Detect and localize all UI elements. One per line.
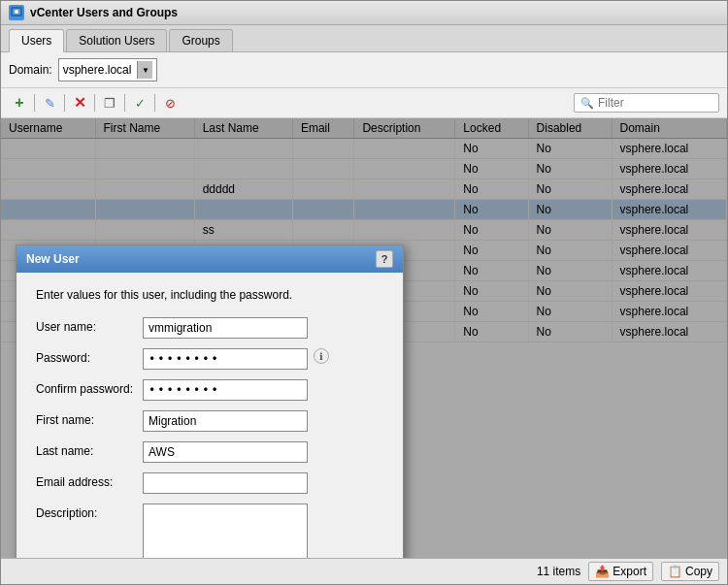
domain-select[interactable]: vsphere.local ▼ (58, 58, 158, 81)
filter-input[interactable] (598, 96, 714, 110)
password-info-icon[interactable]: ℹ (314, 348, 329, 364)
disable-user-button[interactable]: ⊘ (159, 92, 181, 114)
toolbar-separator-1 (34, 94, 35, 112)
description-label: Description: (36, 504, 143, 520)
enable-user-button[interactable]: ✓ (129, 92, 150, 114)
search-icon: 🔍 (580, 97, 594, 110)
modal-titlebar: New User ? (17, 245, 403, 273)
delete-user-button[interactable]: ✕ (69, 92, 90, 114)
password-input[interactable] (143, 348, 308, 370)
modal-overlay: New User ? Enter values for this user, i… (1, 118, 727, 558)
copy-status-icon: 📋 (668, 565, 682, 578)
plus-icon: + (15, 94, 23, 112)
title-bar: vCenter Users and Groups (1, 1, 727, 25)
export-icon: 📤 (595, 565, 610, 578)
copy-button[interactable]: 📋 Copy (661, 562, 719, 581)
copy-user-button[interactable]: ❐ (99, 92, 120, 114)
edit-user-button[interactable]: ✎ (39, 92, 60, 114)
firstname-label: First name: (36, 410, 143, 427)
modal-intro: Enter values for this user, including th… (36, 288, 383, 302)
modal-title: New User (26, 252, 80, 266)
export-label: Export (612, 565, 646, 578)
firstname-input[interactable] (143, 410, 308, 432)
description-row: Description: (36, 504, 383, 558)
confirm-password-label: Confirm password: (36, 379, 143, 396)
domain-dropdown-arrow[interactable]: ▼ (137, 61, 152, 79)
add-user-button[interactable]: + (9, 92, 30, 114)
new-user-modal: New User ? Enter values for this user, i… (16, 244, 404, 558)
domain-value: vsphere.local (63, 63, 132, 77)
confirm-password-row: Confirm password: (36, 379, 383, 401)
delete-icon: ✕ (74, 94, 86, 112)
toolbar-separator-5 (154, 94, 155, 112)
status-bar: 11 items 📤 Export 📋 Copy (1, 558, 727, 584)
email-input[interactable] (143, 472, 308, 494)
lastname-row: Last name: (36, 441, 383, 463)
confirm-password-input[interactable] (143, 379, 308, 401)
tab-groups[interactable]: Groups (169, 29, 232, 51)
domain-bar: Domain: vsphere.local ▼ (1, 52, 727, 88)
description-textarea[interactable] (143, 504, 308, 558)
toolbar-separator-4 (124, 94, 125, 112)
items-count: 11 items (537, 565, 580, 578)
filter-box: 🔍 (574, 93, 719, 113)
copy-icon: ❐ (104, 96, 116, 111)
email-row: Email address: (36, 472, 383, 494)
username-row: User name: (36, 317, 383, 339)
password-label: Password: (36, 348, 143, 365)
toolbar: + ✎ ✕ ❐ ✓ ⊘ 🔍 (1, 88, 727, 118)
svg-point-2 (15, 10, 18, 14)
window-title: vCenter Users and Groups (30, 6, 178, 19)
lastname-label: Last name: (36, 441, 143, 458)
email-label: Email address: (36, 472, 143, 489)
export-button[interactable]: 📤 Export (588, 562, 653, 581)
domain-label: Domain: (9, 63, 52, 77)
ban-icon: ⊘ (165, 96, 176, 111)
lastname-input[interactable] (143, 441, 308, 463)
password-row: Password: ℹ (36, 348, 383, 370)
tab-bar: Users Solution Users Groups (1, 25, 727, 52)
toolbar-separator-3 (94, 94, 95, 112)
toolbar-separator-2 (64, 94, 65, 112)
copy-label: Copy (685, 565, 712, 578)
firstname-row: First name: (36, 410, 383, 432)
modal-body: Enter values for this user, including th… (17, 273, 403, 558)
tab-users[interactable]: Users (9, 29, 64, 52)
tab-solution-users[interactable]: Solution Users (66, 29, 167, 51)
app-icon (9, 5, 24, 20)
username-label: User name: (36, 317, 143, 334)
modal-help-button[interactable]: ? (376, 250, 393, 268)
edit-icon: ✎ (45, 96, 55, 111)
check-icon: ✓ (135, 96, 146, 111)
username-input[interactable] (143, 317, 308, 339)
